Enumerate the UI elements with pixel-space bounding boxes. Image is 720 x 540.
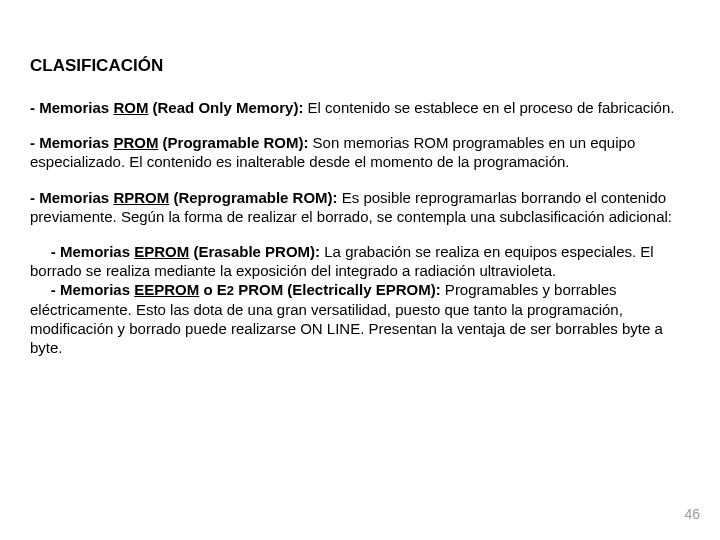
- label-rom-prefix: Memorias: [39, 99, 113, 116]
- subitems-block: ‑ Memorias EPROM (Erasable PROM): La gra…: [30, 242, 690, 358]
- page-number: 46: [684, 506, 700, 522]
- label-rprom-prefix: Memorias: [39, 189, 113, 206]
- bullet-dash: ‑: [51, 281, 60, 298]
- label-rprom-abbr: RPROM: [113, 189, 169, 206]
- label-eprom-suffix: (Erasable PROM):: [189, 243, 320, 260]
- label-eeprom-suffix2: 2: [227, 283, 234, 298]
- item-rom: - Memorias ROM (Read Only Memory): El co…: [30, 98, 690, 117]
- heading-clasificacion: CLASIFICACIÓN: [30, 56, 690, 76]
- label-eprom-abbr: EPROM: [134, 243, 189, 260]
- slide-content: CLASIFICACIÓN - Memorias ROM (Read Only …: [0, 0, 720, 540]
- label-prom-suffix: (Programable ROM):: [158, 134, 308, 151]
- label-prom-abbr: PROM: [113, 134, 158, 151]
- label-rom-abbr: ROM: [113, 99, 148, 116]
- label-eprom-prefix: Memorias: [60, 243, 134, 260]
- label-prom-prefix: Memorias: [39, 134, 113, 151]
- label-eeprom-suffix3: PROM (Electrically EPROM):: [234, 281, 441, 298]
- item-prom: ‑ Memorias PROM (Programable ROM): Son m…: [30, 133, 690, 171]
- label-eeprom-abbr: EEPROM: [134, 281, 199, 298]
- bullet-dash: ‑: [30, 189, 39, 206]
- bullet-dash: -: [30, 99, 39, 116]
- bullet-dash: ‑: [51, 243, 60, 260]
- label-rprom-suffix: (Reprogramable ROM):: [169, 189, 337, 206]
- bullet-dash: ‑: [30, 134, 39, 151]
- item-rprom: ‑ Memorias RPROM (Reprogramable ROM): Es…: [30, 188, 690, 226]
- label-rom-suffix: (Read Only Memory):: [148, 99, 303, 116]
- label-eeprom-prefix: Memorias: [60, 281, 134, 298]
- label-eeprom-suffix1: o E: [199, 281, 227, 298]
- text-rom: El contenido se establece en el proceso …: [303, 99, 674, 116]
